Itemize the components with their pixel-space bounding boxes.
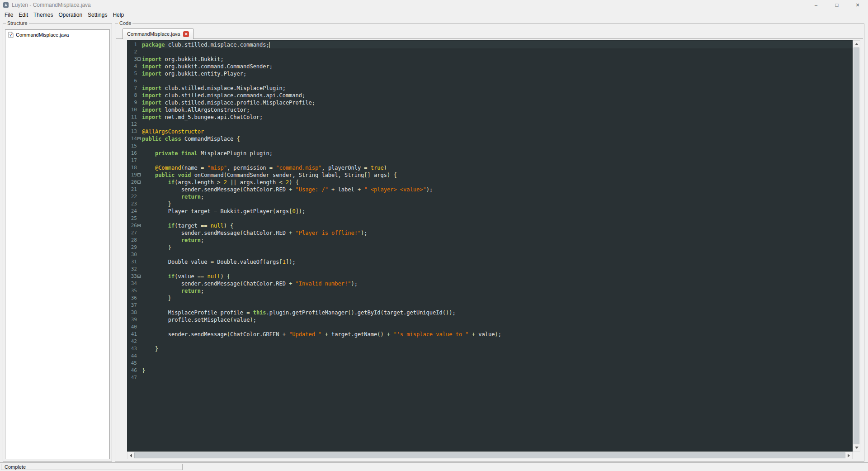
code-line[interactable]: 13@AllArgsConstructor (127, 128, 853, 135)
fold-gutter (137, 316, 142, 324)
line-number: 41 (127, 331, 137, 338)
code-text: sender.sendMessage(ChatColor.RED + "Usag… (142, 186, 853, 193)
code-line[interactable]: 35 return; (127, 287, 853, 295)
code-line[interactable]: 9import club.stilled.misplace.profile.Mi… (127, 99, 853, 106)
scroll-left-button[interactable] (127, 452, 134, 459)
code-line[interactable]: 22 return; (127, 193, 853, 200)
line-number: 2 (127, 48, 137, 56)
line-number: 46 (127, 367, 137, 374)
code-line[interactable]: 16 private final MisplacePlugin plugin; (127, 150, 853, 157)
menu-settings[interactable]: Settings (85, 10, 110, 19)
structure-tree[interactable]: CommandMisplace.java (5, 29, 110, 459)
fold-toggle-icon[interactable] (137, 137, 141, 140)
code-line[interactable]: 26 if(target == null) { (127, 222, 853, 229)
code-line[interactable]: 7import club.stilled.misplace.MisplacePl… (127, 85, 853, 92)
fold-gutter (137, 150, 142, 157)
code-line[interactable]: 10import lombok.AllArgsConstructor; (127, 106, 853, 114)
code-line[interactable]: 40 (127, 324, 853, 331)
tree-item-label: CommandMisplace.java (16, 32, 69, 38)
code-lines[interactable]: 1package club.stilled.misplace.commands;… (127, 40, 853, 452)
close-button[interactable]: ✕ (847, 0, 868, 10)
code-line[interactable]: 25 (127, 215, 853, 222)
fold-toggle-icon[interactable] (137, 57, 141, 61)
code-line[interactable]: 41 sender.sendMessage(ChatColor.GREEN + … (127, 331, 853, 338)
code-line[interactable]: 6 (127, 77, 853, 85)
fold-toggle-icon[interactable] (137, 224, 141, 227)
line-number: 32 (127, 266, 137, 273)
fold-toggle-icon[interactable] (137, 173, 141, 176)
code-text: MisplaceProfile profile = this.plugin.ge… (142, 309, 853, 316)
fold-toggle-icon[interactable] (137, 181, 141, 184)
code-line[interactable]: 47 (127, 374, 853, 381)
code-line[interactable]: 28 return; (127, 237, 853, 244)
code-line[interactable]: 27 sender.sendMessage(ChatColor.RED + "P… (127, 229, 853, 237)
code-line[interactable]: 43 } (127, 345, 853, 352)
scroll-down-button[interactable] (853, 444, 860, 451)
tree-item-commandmisplace[interactable]: CommandMisplace.java (6, 31, 108, 38)
vertical-scroll-thumb[interactable] (854, 48, 859, 444)
code-text: package club.stilled.misplace.commands; (142, 41, 853, 48)
vertical-scrollbar[interactable] (853, 40, 860, 452)
code-line[interactable]: 2 (127, 48, 853, 56)
code-line[interactable]: 4import org.bukkit.command.CommandSender… (127, 63, 853, 70)
code-line[interactable]: 17 (127, 157, 853, 164)
fold-gutter (137, 77, 142, 85)
code-line[interactable]: 39 profile.setMisplace(value); (127, 316, 853, 324)
fold-gutter (137, 41, 142, 48)
code-line[interactable]: 24 Player target = Bukkit.getPlayer(args… (127, 208, 853, 215)
fold-gutter (137, 324, 142, 331)
horizontal-scroll-thumb[interactable] (134, 452, 845, 458)
tab-commandmisplace[interactable]: CommandMisplace.java ✕ (123, 29, 193, 39)
menu-help[interactable]: Help (110, 10, 127, 19)
menu-edit[interactable]: Edit (16, 10, 31, 19)
line-number: 10 (127, 106, 137, 114)
code-line[interactable]: 34 sender.sendMessage(ChatColor.RED + "I… (127, 280, 853, 287)
code-line[interactable]: 33 if(value == null) { (127, 273, 853, 280)
code-line[interactable]: 37 (127, 302, 853, 309)
code-line[interactable]: 31 Double value = Double.valueOf(args[1]… (127, 258, 853, 266)
code-panel-title: Code (118, 20, 132, 26)
code-line[interactable]: 1package club.stilled.misplace.commands; (127, 41, 853, 48)
code-line[interactable]: 8import club.stilled.misplace.commands.a… (127, 92, 853, 99)
code-line[interactable]: 46} (127, 367, 853, 374)
code-line[interactable]: 21 sender.sendMessage(ChatColor.RED + "U… (127, 186, 853, 193)
code-line[interactable]: 42 (127, 338, 853, 345)
code-line[interactable]: 45 (127, 360, 853, 367)
fold-gutter (137, 121, 142, 128)
code-line[interactable]: 11import net.md_5.bungee.api.ChatColor; (127, 114, 853, 121)
code-line[interactable]: 30 (127, 251, 853, 258)
scroll-right-button[interactable] (845, 452, 852, 459)
code-line[interactable]: 20 if(args.length > 2 || args.length < 2… (127, 179, 853, 186)
code-line[interactable]: 18 @Command(name = "misp", permission = … (127, 164, 853, 171)
line-number: 24 (127, 208, 137, 215)
code-line[interactable]: 15 (127, 143, 853, 150)
code-text: private final MisplacePlugin plugin; (142, 150, 853, 157)
fold-gutter (137, 164, 142, 171)
menu-operation[interactable]: Operation (56, 10, 85, 19)
code-line[interactable]: 36 } (127, 295, 853, 302)
code-line[interactable]: 12 (127, 121, 853, 128)
code-line[interactable]: 5import org.bukkit.entity.Player; (127, 70, 853, 77)
code-text: sender.sendMessage(ChatColor.RED + "Inva… (142, 280, 853, 287)
line-number: 45 (127, 360, 137, 367)
code-line[interactable]: 38 MisplaceProfile profile = this.plugin… (127, 309, 853, 316)
tab-close-icon[interactable]: ✕ (183, 31, 189, 37)
menu-file[interactable]: File (2, 10, 16, 19)
code-line[interactable]: 44 (127, 352, 853, 360)
line-number: 28 (127, 237, 137, 244)
code-line[interactable]: 3import org.bukkit.Bukkit; (127, 56, 853, 63)
fold-gutter (137, 295, 142, 302)
code-line[interactable]: 19 public void onCommand(CommandSender s… (127, 171, 853, 179)
code-line[interactable]: 29 } (127, 244, 853, 251)
line-number: 16 (127, 150, 137, 157)
horizontal-scrollbar[interactable] (127, 452, 853, 459)
maximize-button[interactable]: □ (826, 0, 847, 10)
minimize-button[interactable]: – (806, 0, 826, 10)
code-line[interactable]: 23 } (127, 200, 853, 208)
menu-themes[interactable]: Themes (31, 10, 56, 19)
code-line[interactable]: 32 (127, 266, 853, 273)
fold-toggle-icon[interactable] (137, 275, 141, 278)
scroll-up-button[interactable] (853, 41, 860, 48)
code-line[interactable]: 14public class CommandMisplace { (127, 135, 853, 143)
fold-gutter (137, 331, 142, 338)
